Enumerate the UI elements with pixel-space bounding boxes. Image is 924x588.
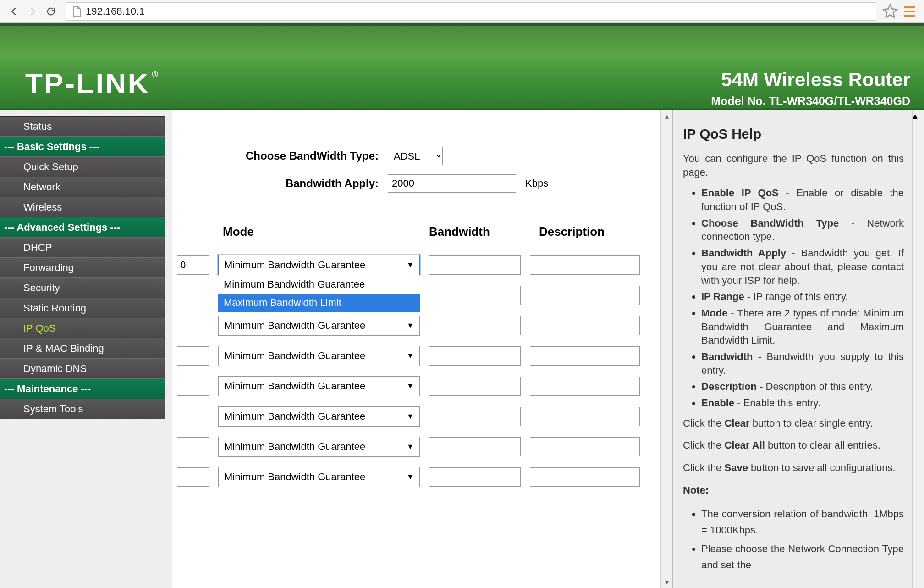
help-bullet: Choose BandWidth Type - Network connecti…: [701, 216, 904, 244]
chevron-down-icon: ▼: [407, 261, 414, 269]
bandwidth-type-label: Choose BandWidth Type:: [223, 150, 379, 162]
brand-logo: TP-LINK®: [25, 67, 160, 100]
url-input[interactable]: [86, 6, 870, 17]
forward-button[interactable]: [25, 4, 40, 19]
description-input[interactable]: [530, 346, 640, 366]
mode-dropdown: Minimum Bandwidth GuaranteeMaximum Bandw…: [218, 275, 420, 312]
sidebar-item[interactable]: Forwarding: [0, 258, 165, 278]
reload-button[interactable]: [43, 4, 59, 19]
help-clearall: Click the Clear All button to clear all …: [683, 438, 904, 453]
help-bullet: Enable - Enable this entry.: [701, 396, 904, 410]
bandwidth-type-select[interactable]: ADSL: [388, 147, 443, 165]
col-mode: Mode: [218, 225, 420, 239]
description-input[interactable]: [530, 316, 640, 335]
bandwidth-input[interactable]: [429, 437, 521, 456]
description-input[interactable]: [530, 286, 640, 305]
bandwidth-input[interactable]: [429, 377, 521, 396]
sidebar-item[interactable]: Wireless: [0, 197, 165, 217]
chevron-down-icon: ▼: [407, 443, 414, 451]
product-model: Model No. TL-WR340G/TL-WR340GD: [711, 94, 910, 108]
sidebar-item[interactable]: System Tools: [0, 399, 165, 419]
description-input[interactable]: [530, 437, 640, 456]
back-button[interactable]: [6, 4, 22, 19]
mode-select[interactable]: Minimum Bandwidth Guarantee▼: [218, 346, 420, 366]
mode-select[interactable]: Minimum Bandwidth Guarantee▼: [218, 437, 420, 457]
address-bar[interactable]: [66, 2, 876, 21]
mode-option[interactable]: Minimum Bandwidth Guarantee: [218, 275, 420, 294]
bandwidth-input[interactable]: [429, 255, 521, 275]
help-bullet: IP Range - IP range of this entry.: [701, 290, 904, 304]
ip-range-end-input[interactable]: [177, 467, 209, 487]
hamburger-menu-icon[interactable]: [901, 3, 918, 20]
scroll-down-icon[interactable]: ▾: [662, 576, 671, 588]
sidebar-item[interactable]: Network: [0, 177, 165, 197]
ip-range-end-input[interactable]: [177, 437, 209, 456]
bandwidth-apply-unit: Kbps: [525, 178, 548, 189]
help-bullet: Description - Description of this entry.: [701, 380, 904, 394]
bandwidth-input[interactable]: [429, 316, 521, 335]
help-note-label: Note:: [683, 483, 904, 498]
ip-range-end-input[interactable]: [177, 286, 209, 305]
sidebar-item[interactable]: Security: [0, 278, 165, 298]
ip-range-end-input[interactable]: [177, 377, 209, 396]
router-header: TP-LINK® 54M Wireless Router Model No. T…: [0, 23, 924, 110]
mode-option[interactable]: Maximum Bandwidth Limit: [218, 294, 420, 312]
ip-range-end-input[interactable]: [177, 407, 209, 426]
sidebar-item[interactable]: Static Routing: [0, 298, 165, 318]
scroll-up-icon[interactable]: ▴: [662, 110, 671, 122]
main-panel: Choose BandWidth Type: ADSL Bandwidth Ap…: [172, 110, 673, 588]
ip-range-end-input[interactable]: [177, 255, 209, 275]
qos-row: Minimum Bandwidth Guarantee▼: [177, 401, 647, 432]
product-info: 54M Wireless Router Model No. TL-WR340G/…: [711, 69, 910, 108]
bandwidth-input[interactable]: [429, 467, 521, 487]
col-description: Description: [539, 225, 647, 239]
qos-row: Minimum Bandwidth Guarantee▼: [177, 371, 647, 401]
help-intro: You can configure the IP QoS function on…: [683, 152, 904, 179]
sidebar-item[interactable]: IP QoS: [0, 318, 165, 338]
description-input[interactable]: [530, 467, 640, 487]
sidebar-item[interactable]: DHCP: [0, 238, 165, 258]
window-scrollbar[interactable]: ▴: [912, 110, 924, 588]
qos-row: Minimum Bandwidth Guarantee▼Minimum Band…: [177, 250, 647, 280]
ip-range-end-input[interactable]: [177, 346, 209, 366]
help-save: Click the Save button to save all config…: [683, 461, 904, 475]
help-clear: Click the Clear button to clear single e…: [683, 416, 904, 431]
ip-range-end-input[interactable]: [177, 316, 209, 335]
browser-toolbar: [0, 0, 924, 23]
bandwidth-input[interactable]: [429, 286, 521, 305]
center-scrollbar[interactable]: ▴ ▾: [660, 110, 672, 588]
bandwidth-apply-input[interactable]: [388, 174, 516, 193]
bandwidth-apply-label: Bandwidth Apply:: [223, 177, 379, 190]
description-input[interactable]: [530, 255, 640, 275]
sidebar-item[interactable]: Quick Setup: [0, 157, 165, 177]
qos-row: Minimum Bandwidth Guarantee▼: [177, 432, 647, 462]
sidebar-item[interactable]: Dynamic DNS: [0, 359, 165, 379]
help-note-bullet: The conversion relation of bandwidth: 1M…: [701, 506, 904, 538]
chevron-down-icon: ▼: [407, 382, 414, 390]
bandwidth-input[interactable]: [429, 407, 521, 426]
mode-select[interactable]: Minimum Bandwidth Guarantee▼: [218, 467, 420, 487]
page-icon: [72, 6, 81, 17]
mode-select[interactable]: Minimum Bandwidth Guarantee▼: [218, 316, 420, 336]
sidebar-section: --- Advanced Settings ---: [0, 217, 165, 238]
mode-select[interactable]: Minimum Bandwidth Guarantee▼: [218, 255, 420, 275]
help-bullet: Bandwidth Apply - Bandwidth you get. If …: [701, 246, 904, 287]
sidebar-item[interactable]: Status: [0, 116, 165, 137]
help-title: IP QoS Help: [683, 126, 904, 142]
chevron-down-icon: ▼: [407, 322, 414, 330]
description-input[interactable]: [530, 407, 640, 426]
mode-select[interactable]: Minimum Bandwidth Guarantee▼: [218, 406, 420, 427]
sidebar-item[interactable]: IP & MAC Binding: [0, 338, 165, 359]
bookmark-star-icon[interactable]: [882, 3, 898, 20]
help-note-bullet: Please choose the Network Connection Typ…: [701, 541, 904, 573]
content-area: Status--- Basic Settings ---Quick SetupN…: [0, 110, 924, 588]
description-input[interactable]: [530, 377, 640, 396]
qos-row: Minimum Bandwidth Guarantee▼: [177, 341, 647, 371]
help-bullet: Bandwidth - Bandwidth you supply to this…: [701, 350, 904, 377]
scroll-up-icon[interactable]: ▴: [913, 110, 924, 122]
mode-select[interactable]: Minimum Bandwidth Guarantee▼: [218, 376, 420, 396]
col-bandwidth: Bandwidth: [429, 225, 530, 239]
sidebar-section: --- Basic Settings ---: [0, 137, 165, 157]
chevron-down-icon: ▼: [407, 473, 414, 481]
bandwidth-input[interactable]: [429, 346, 521, 366]
